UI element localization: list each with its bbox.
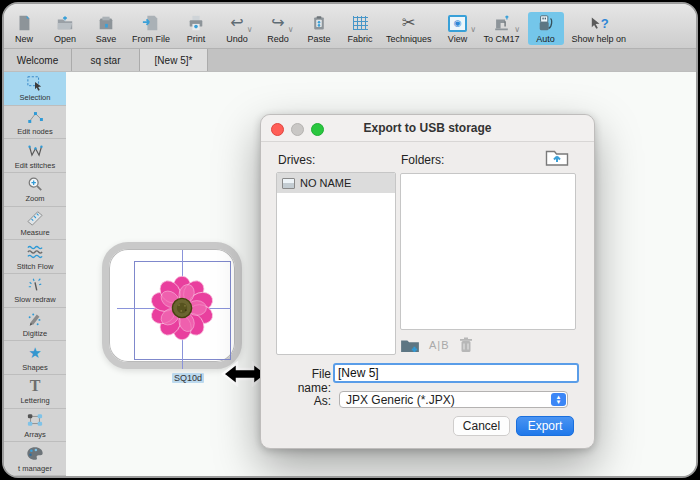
clipboard-icon (311, 13, 327, 33)
redo-icon: ↪ ∨ (271, 13, 284, 33)
embroidery-hoop (102, 242, 242, 369)
export-dialog: Export to USB storage Drives: Folders: N… (260, 114, 595, 449)
redo-button[interactable]: ↪ ∨ Redo (260, 12, 296, 45)
to-cm17-menu-chevron-icon[interactable]: ∨ (514, 25, 520, 34)
toolbar-label: Undo (226, 34, 248, 44)
toolbar: New Open Save From File Print ↩ ∨ (4, 4, 696, 49)
drives-list[interactable]: NO NAME (276, 172, 396, 355)
eye-icon: ◉ ∨ (448, 13, 467, 33)
select-stepper-icon: ▲▼ (551, 393, 566, 406)
toolbar-label: Techniques (386, 34, 432, 44)
import-file-icon (142, 13, 160, 33)
magnifier-icon (27, 175, 43, 193)
window-controls (271, 123, 324, 136)
toolbar-label: Redo (267, 34, 289, 44)
undo-menu-chevron-icon[interactable]: ∨ (247, 25, 253, 34)
save-button[interactable]: Save (88, 12, 124, 45)
sidebar-item-stitch-flow[interactable]: Stitch Flow (4, 240, 66, 274)
tab-welcome[interactable]: Welcome (4, 49, 72, 71)
export-button[interactable]: Export (516, 416, 574, 436)
toolbar-label: Print (187, 34, 206, 44)
fabric-button[interactable]: Fabric (342, 12, 378, 45)
rename-button[interactable]: A|B (429, 339, 450, 351)
view-menu-chevron-icon[interactable]: ∨ (470, 25, 476, 34)
sidebar-item-thread-manager[interactable]: t manager (4, 442, 66, 476)
palette-icon (26, 445, 44, 463)
sidebar-item-edit-nodes[interactable]: Edit nodes (4, 106, 66, 140)
drives-label: Drives: (278, 153, 315, 167)
format-label: As: (275, 394, 331, 408)
sidebar-item-measure[interactable]: Measure (4, 207, 66, 241)
open-folder-icon (55, 13, 75, 33)
app-frame: New Open Save From File Print ↩ ∨ (2, 2, 698, 478)
zoom-button[interactable] (311, 123, 324, 136)
flower-design[interactable] (145, 271, 219, 345)
toolbar-label: Save (96, 34, 117, 44)
new-folder-button[interactable] (400, 337, 420, 353)
selection-icon (26, 74, 44, 92)
open-button[interactable]: Open (47, 12, 83, 45)
sidebar-item-shapes[interactable]: ★ Shapes (4, 341, 66, 375)
toolbar-label: From File (132, 34, 170, 44)
save-icon (97, 13, 115, 33)
arrays-icon (26, 411, 44, 429)
file-name-label: File name: (275, 367, 331, 395)
toolbar-label: Show help on (572, 34, 627, 44)
star-shape-icon: ★ (28, 344, 41, 362)
tab-sq-star[interactable]: sq star (72, 49, 140, 71)
usb-machine-icon (537, 13, 555, 33)
view-button[interactable]: ◉ ∨ View (440, 12, 476, 45)
to-cm17-button[interactable]: ∨ To CM17 (481, 12, 523, 45)
format-select[interactable]: JPX Generic (*.JPX) ▲▼ (339, 391, 568, 408)
close-button[interactable] (271, 123, 284, 136)
toolbar-label: View (448, 34, 467, 44)
paste-button[interactable]: Paste (301, 12, 337, 45)
hoop-size-label: SQ10d (172, 373, 204, 383)
slow-redraw-icon (26, 276, 44, 294)
sidebar-item-digitize[interactable]: Digitize (4, 308, 66, 342)
printer-icon (187, 13, 205, 33)
tab-new-5[interactable]: [New 5]* (140, 49, 208, 71)
delete-button[interactable] (459, 337, 473, 353)
from-file-button[interactable]: From File (129, 12, 173, 45)
scissors-icon: ✂ (402, 13, 415, 33)
sidebar-item-selection[interactable]: Selection (4, 72, 66, 106)
sidebar-item-lettering[interactable]: T Lettering (4, 375, 66, 409)
auto-button[interactable]: Auto (528, 12, 564, 45)
redo-menu-chevron-icon[interactable]: ∨ (288, 25, 294, 34)
drive-icon (282, 178, 295, 189)
folder-actions: A|B (400, 335, 473, 355)
dialog-titlebar[interactable]: Export to USB storage (261, 115, 594, 142)
toolbar-label: Open (54, 34, 76, 44)
drive-row-no-name[interactable]: NO NAME (277, 173, 395, 193)
toolbar-label: Paste (307, 34, 330, 44)
print-button[interactable]: Print (178, 12, 214, 45)
sidebar-item-edit-stitches[interactable]: Edit stitches (4, 139, 66, 173)
undo-icon: ↩ ∨ (230, 13, 243, 33)
stitch-flow-icon (26, 243, 44, 261)
undo-button[interactable]: ↩ ∨ Undo (219, 12, 255, 45)
sidebar-item-slow-redraw[interactable]: Slow redraw (4, 274, 66, 308)
edit-stitches-icon (27, 142, 44, 160)
app-window: New Open Save From File Print ↩ ∨ (0, 0, 700, 480)
digitize-pen-icon (26, 310, 44, 328)
new-button[interactable]: New (6, 12, 42, 45)
tool-sidebar: Selection Edit nodes Edit stitches Zoom … (4, 72, 67, 476)
cancel-button[interactable]: Cancel (453, 416, 510, 436)
folders-label: Folders: (401, 153, 444, 167)
document-tabbar: Welcome sq star [New 5]* (4, 49, 696, 72)
toolbar-label: Auto (536, 34, 555, 44)
help-cursor-icon: ? (589, 13, 609, 33)
ruler-icon (26, 209, 44, 227)
folders-list[interactable] (400, 173, 576, 330)
minimize-button[interactable] (291, 123, 304, 136)
file-name-input[interactable] (333, 363, 579, 383)
folder-up-button[interactable] (544, 145, 570, 169)
letter-t-icon: T (30, 377, 41, 395)
folder-up-icon (545, 147, 569, 167)
toolbar-label: New (15, 34, 33, 44)
sidebar-item-arrays[interactable]: Arrays (4, 409, 66, 443)
show-help-button[interactable]: ? Show help on (569, 12, 630, 45)
sidebar-item-zoom[interactable]: Zoom (4, 173, 66, 207)
techniques-button[interactable]: ✂ Techniques (383, 12, 435, 45)
